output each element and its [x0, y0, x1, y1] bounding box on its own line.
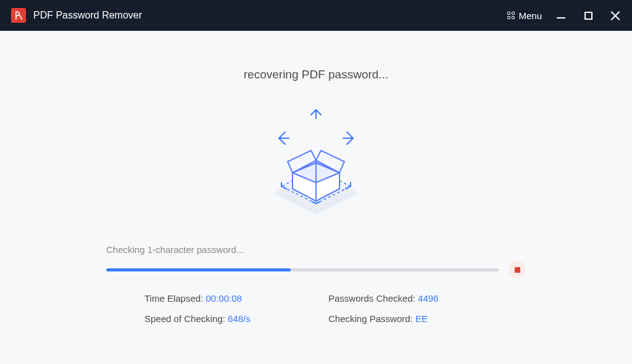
checking-password-label: Checking Password: [328, 313, 415, 324]
minimize-button[interactable] [555, 10, 567, 21]
stop-button[interactable] [509, 261, 526, 278]
stats-grid: Time Elapsed: 00:00:08 Passwords Checked… [106, 293, 526, 324]
time-elapsed-value: 00:00:08 [206, 293, 242, 304]
progress-label: Checking 1-character password... [106, 244, 526, 255]
menu-grid-icon [507, 12, 515, 19]
progress-fill [106, 268, 291, 271]
speed-value: 648/s [228, 313, 251, 324]
close-icon [610, 10, 620, 20]
content-area: recovering PDF password... [0, 31, 632, 364]
stop-icon [515, 267, 520, 273]
box-illustration [254, 104, 378, 227]
app-title: PDF Password Remover [33, 10, 142, 21]
stat-speed: Speed of Checking: 648/s [144, 313, 304, 324]
status-heading: recovering PDF password... [244, 68, 388, 81]
progress-section: Checking 1-character password... Time El… [106, 244, 526, 324]
stat-checking-password: Checking Password: EE [328, 313, 488, 324]
window-controls [555, 10, 621, 21]
passwords-checked-label: Passwords Checked: [328, 293, 418, 304]
stat-passwords-checked: Passwords Checked: 4496 [328, 293, 488, 304]
maximize-button[interactable] [583, 10, 594, 21]
time-elapsed-label: Time Elapsed: [144, 293, 206, 304]
speed-label: Speed of Checking: [144, 313, 228, 324]
progress-row [106, 261, 526, 278]
close-button[interactable] [610, 10, 621, 21]
app-window: PDF Password Remover Menu recovering PDF… [0, 0, 632, 364]
passwords-checked-value: 4496 [418, 293, 438, 304]
maximize-icon [584, 12, 592, 20]
app-icon [11, 8, 26, 23]
stat-time-elapsed: Time Elapsed: 00:00:08 [144, 293, 304, 304]
titlebar: PDF Password Remover Menu [0, 0, 632, 31]
checking-password-value: EE [415, 313, 428, 324]
progress-bar [106, 268, 499, 271]
minimize-icon [557, 17, 565, 19]
menu-label: Menu [518, 10, 542, 21]
menu-button[interactable]: Menu [507, 10, 542, 21]
